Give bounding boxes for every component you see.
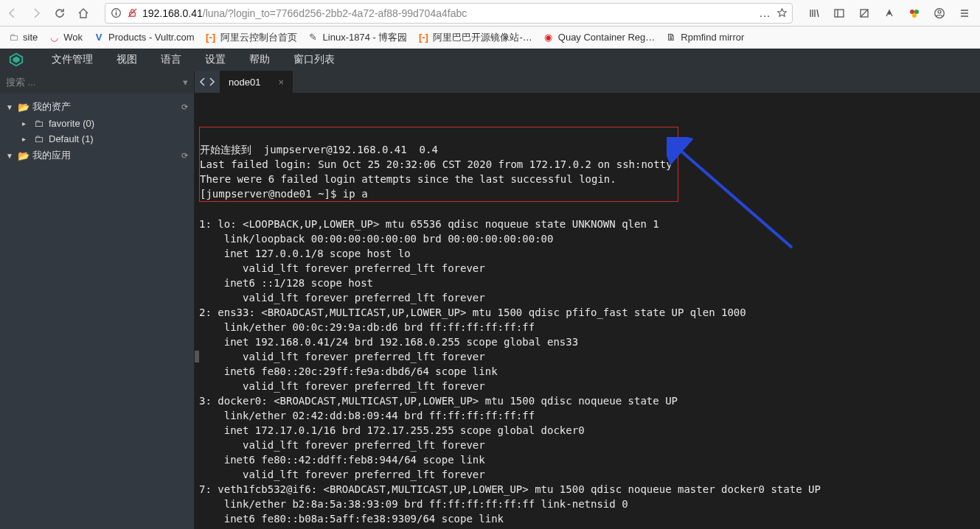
bookmark-label: 阿里巴巴开源镜像站-…: [433, 31, 532, 44]
bookmark-quay[interactable]: ◉Quay Container Reg…: [543, 32, 656, 43]
close-icon[interactable]: ×: [278, 77, 284, 88]
search-row: ▾: [0, 71, 194, 94]
terminal-line: valid_lft forever preferred_lft forever: [199, 262, 485, 274]
bookmark-aliyun[interactable]: [-]阿里云控制台首页: [205, 31, 297, 44]
bookmark-label: Products - Vultr.com: [108, 32, 195, 43]
refresh-icon[interactable]: ⟳: [181, 102, 188, 112]
main-panel: node01 × 开始连接到 jumpserver@192.168.0.41 0…: [195, 71, 980, 529]
app-logo-icon[interactable]: [6, 49, 27, 70]
terminal-line: valid_lft forever preferred_lft forever: [199, 439, 485, 451]
search-input[interactable]: [4, 74, 183, 91]
bookmark-wok[interactable]: ◡Wok: [48, 32, 83, 43]
bookmark-alimirror[interactable]: [-]阿里巴巴开源镜像站-…: [417, 31, 532, 44]
terminal-line: inet6 fe80::b08a:5aff:fe38:9309/64 scope…: [199, 513, 504, 525]
bookmark-label: 阿里云控制台首页: [220, 31, 297, 44]
menu-windows[interactable]: 窗口列表: [282, 49, 347, 71]
page-actions-dots[interactable]: …: [760, 7, 771, 19]
terminal-line: inet6 ::1/128 scope host: [199, 277, 373, 289]
extension-icon-1[interactable]: [858, 7, 871, 20]
bookmark-label: Rpmfind mirror: [681, 32, 744, 43]
terminal-line: [jumpserver@node01 ~]$ ip a: [200, 188, 368, 200]
app-root: 文件管理 视图 语言 设置 帮助 窗口列表 ▾ ▼ 📂 我的资产 ⟳: [0, 49, 980, 529]
caret-right-icon: ▸: [22, 119, 31, 127]
extension-icon-3[interactable]: [908, 7, 921, 20]
menu-help[interactable]: 帮助: [237, 49, 282, 71]
site-info-icon[interactable]: [110, 7, 122, 19]
tree-label: 我的应用: [32, 149, 178, 162]
menu-view[interactable]: 视图: [105, 49, 149, 71]
forward-button[interactable]: [29, 7, 43, 20]
bookmark-label: Quay Container Reg…: [558, 32, 656, 43]
tree-node-apps[interactable]: ▼ 📂 我的应用 ⟳: [0, 147, 194, 164]
terminal-line: valid_lft forever preferred_lft forever: [199, 292, 485, 304]
browser-right-icons: [807, 7, 974, 20]
terminal-line: 2: ens33: <BROADCAST,MULTICAST,UP,LOWER_…: [199, 306, 746, 318]
favicon-icon: V: [93, 32, 105, 43]
tree-node-default[interactable]: ▸ 🗀 Default (1): [16, 131, 194, 147]
terminal-line: inet6 fe80::20c:29ff:fe9a:dbd6/64 scope …: [199, 365, 498, 377]
svg-rect-1: [115, 12, 117, 15]
terminal-line: inet 192.168.0.41/24 brd 192.168.0.255 s…: [199, 336, 578, 348]
tree-label: 我的资产: [32, 100, 178, 113]
svg-point-13: [938, 10, 941, 13]
terminal-line: valid_lft forever preferred_lft forever: [199, 380, 485, 392]
favicon-icon: 🗎: [665, 32, 677, 43]
reload-button[interactable]: [53, 7, 66, 20]
browser-menu-icon[interactable]: [958, 7, 971, 20]
terminal-line: valid_lft forever preferred_lft forever: [199, 351, 485, 362]
tree-label: Default (1): [49, 133, 188, 144]
folder-icon: 🗀: [7, 32, 19, 43]
refresh-icon[interactable]: ⟳: [181, 151, 188, 161]
url-bar[interactable]: 192.168.0.41/luna/?login_to=7766d256-2bb…: [105, 3, 793, 24]
menu-lang[interactable]: 语言: [149, 49, 193, 71]
bookmark-site[interactable]: 🗀site: [7, 32, 38, 43]
terminal-line: 1: lo: <LOOPBACK,UP,LOWER_UP> mtu 65536 …: [199, 218, 659, 230]
nav-button-group: [6, 7, 90, 20]
terminal-line: link/ether 00:0c:29:9a:db:d6 brd ff:ff:f…: [199, 321, 535, 333]
terminal-line: valid_lft forever preferred_lft forever: [199, 469, 485, 480]
insecure-icon[interactable]: [126, 7, 138, 19]
annotation-arrow: [667, 137, 799, 255]
splitter-handle[interactable]: [195, 351, 199, 362]
bookmark-vultr[interactable]: VProducts - Vultr.com: [93, 32, 195, 43]
bookmark-label: site: [23, 32, 38, 43]
bookmark-star-icon[interactable]: [776, 7, 788, 19]
svg-marker-15: [13, 56, 19, 63]
annotation-box: 开始连接到 jumpserver@192.168.0.41 0.4 Last f…: [199, 127, 678, 202]
menu-settings[interactable]: 设置: [193, 49, 237, 71]
sidebar-icon[interactable]: [833, 7, 846, 20]
url-text[interactable]: 192.168.0.41/luna/?login_to=7766d256-2bb…: [142, 7, 755, 19]
favicon-icon: ✎: [307, 32, 319, 43]
caret-down-icon: ▼: [6, 103, 15, 111]
app-menubar: 文件管理 视图 语言 设置 帮助 窗口列表: [0, 49, 980, 71]
svg-point-11: [912, 13, 917, 18]
tab-scroll-arrows[interactable]: [195, 71, 220, 93]
tree-node-assets[interactable]: ▼ 📂 我的资产 ⟳: [0, 98, 194, 116]
tree-label: favorite (0): [49, 118, 188, 129]
sidebar: ▾ ▼ 📂 我的资产 ⟳ ▸ 🗀 favorite (0): [0, 71, 195, 529]
tree-node-favorite[interactable]: ▸ 🗀 favorite (0): [16, 116, 194, 131]
terminal-line: link/ether b2:8a:5a:38:93:09 brd ff:ff:f…: [199, 498, 628, 510]
favicon-icon: [-]: [205, 32, 217, 43]
menu-file[interactable]: 文件管理: [40, 49, 105, 71]
svg-point-9: [910, 10, 914, 14]
terminal[interactable]: 开始连接到 jumpserver@192.168.0.41 0.4 Last f…: [195, 93, 980, 529]
account-icon[interactable]: [933, 7, 946, 20]
terminal-line: There were 6 failed login attempts since…: [200, 173, 616, 185]
terminal-line: inet6 fe80::42:ddff:feb8:944/64 scope li…: [199, 454, 485, 466]
chevron-down-icon[interactable]: ▾: [183, 77, 188, 88]
svg-point-8: [888, 12, 891, 15]
bookmark-rpmfind[interactable]: 🗎Rpmfind mirror: [665, 32, 744, 43]
extension-icon-2[interactable]: [883, 7, 896, 20]
bookmarks-bar: 🗀site ◡Wok VProducts - Vultr.com [-]阿里云控…: [0, 27, 980, 49]
folder-open-icon: 📂: [18, 102, 29, 113]
bookmark-label: Wok: [63, 32, 83, 43]
back-button[interactable]: [6, 7, 19, 20]
terminal-line: inet 172.17.0.1/16 brd 172.17.255.255 sc…: [199, 424, 585, 436]
tab-node01[interactable]: node01 ×: [220, 71, 293, 93]
library-icon[interactable]: [807, 7, 821, 20]
folder-open-icon: 📂: [18, 150, 29, 161]
bookmark-cnblogs[interactable]: ✎Linux-1874 - 博客园: [307, 31, 408, 44]
home-button[interactable]: [77, 7, 90, 20]
svg-line-16: [678, 148, 792, 248]
